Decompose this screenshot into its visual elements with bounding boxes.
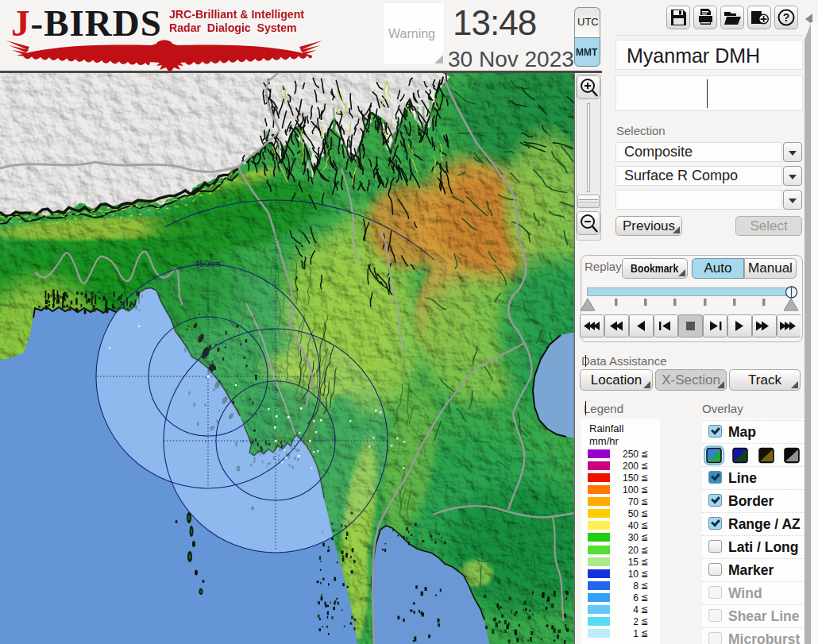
svg-text:450km: 450km <box>195 259 221 268</box>
svg-text:?: ? <box>783 11 790 24</box>
